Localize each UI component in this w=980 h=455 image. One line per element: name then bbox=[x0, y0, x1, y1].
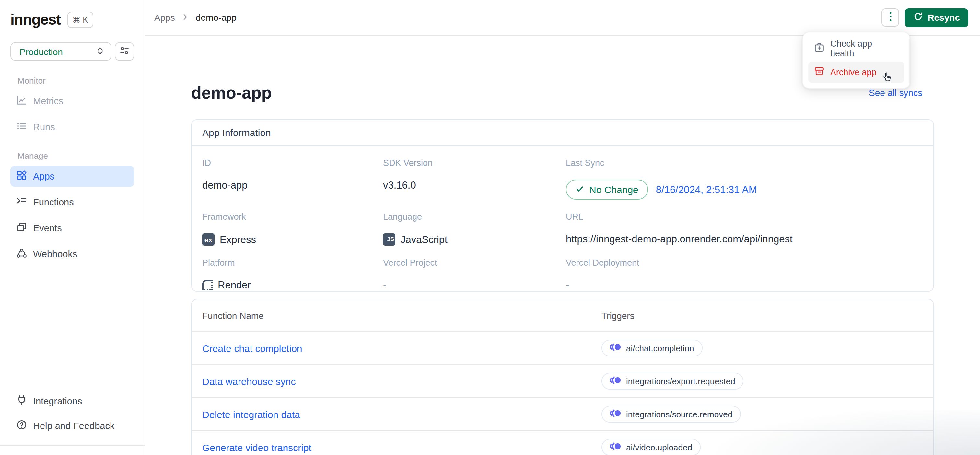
sidebar-item-runs[interactable]: Runs bbox=[10, 117, 134, 137]
sidebar-item-apps[interactable]: Apps bbox=[10, 166, 134, 187]
app-information-grid: ID demo-app SDK Version v3.16.0 Last Syn… bbox=[192, 146, 933, 291]
webhook-icon bbox=[16, 248, 27, 261]
event-trigger-icon bbox=[610, 442, 621, 452]
app-actions-menu-button[interactable] bbox=[881, 8, 899, 27]
javascript-icon: JS bbox=[383, 233, 395, 246]
breadcrumb-apps[interactable]: Apps bbox=[154, 12, 175, 23]
sidebar-item-functions[interactable]: Functions bbox=[10, 192, 134, 213]
plug-icon bbox=[16, 395, 27, 408]
app-information-card: App Information ID demo-app SDK Version … bbox=[191, 119, 934, 292]
table-row: Create chat completion ai/chat.completio… bbox=[192, 332, 933, 365]
table-row: Generate video transcript ai/video.uploa… bbox=[192, 431, 933, 455]
trigger-badge: integrations/export.requested bbox=[601, 373, 744, 390]
field-platform: Platform Render bbox=[202, 246, 383, 291]
functions-table-header: Function Name Triggers bbox=[192, 299, 933, 332]
see-all-syncs-link[interactable]: See all syncs bbox=[869, 88, 922, 98]
inngest-dashboard: inngest ⌘ K Production Monitor bbox=[0, 0, 980, 455]
health-kit-icon bbox=[814, 42, 824, 54]
trigger-badge: ai/video.uploaded bbox=[601, 439, 701, 455]
menu-item-check-app-health[interactable]: Check app health bbox=[808, 38, 904, 59]
sidebar-item-label: Help and Feedback bbox=[33, 421, 115, 431]
column-function-name: Function Name bbox=[202, 310, 601, 320]
check-icon bbox=[576, 184, 584, 195]
app-detail-content: demo-app See all syncs App Information I… bbox=[145, 36, 980, 455]
trigger-badge: ai/chat.completion bbox=[601, 340, 703, 356]
functions-table-card: Function Name Triggers Create chat compl… bbox=[191, 299, 934, 455]
breadcrumb-current: demo-app bbox=[196, 12, 237, 23]
no-change-badge: No Change bbox=[566, 180, 648, 200]
logo-row: inngest ⌘ K bbox=[10, 0, 134, 29]
sidebar-item-label: Metrics bbox=[33, 96, 63, 106]
sidebar-item-integrations[interactable]: Integrations bbox=[10, 391, 134, 412]
chevron-right-icon bbox=[182, 12, 189, 23]
page-title: demo-app bbox=[191, 84, 272, 101]
monitor-nav: Metrics Runs bbox=[10, 91, 134, 137]
trigger-badge: integrations/source.removed bbox=[601, 406, 741, 423]
help-circle-icon bbox=[16, 419, 27, 432]
topbar: Apps demo-app Resync bbox=[145, 0, 980, 36]
archive-icon bbox=[814, 66, 824, 78]
sidebar-bottom-divider bbox=[0, 445, 145, 455]
field-framework: Framework ex Express bbox=[202, 200, 383, 246]
environment-label: Production bbox=[19, 46, 95, 57]
function-link[interactable]: Delete integration data bbox=[202, 409, 601, 420]
column-triggers: Triggers bbox=[601, 310, 923, 320]
functions-list-icon bbox=[16, 196, 27, 209]
sidebar-item-label: Functions bbox=[33, 197, 74, 207]
sidebar-item-label: Events bbox=[33, 223, 62, 233]
field-vercel-deployment: Vercel Deployment - bbox=[566, 246, 923, 291]
kebab-dots-icon bbox=[889, 12, 891, 23]
inngest-logo: inngest bbox=[10, 11, 60, 28]
field-id: ID demo-app bbox=[202, 146, 383, 200]
section-label-manage: Manage bbox=[18, 152, 134, 160]
field-sdk-version: SDK Version v3.16.0 bbox=[383, 146, 566, 200]
chevron-up-down-icon bbox=[95, 46, 105, 57]
function-link[interactable]: Data warehouse sync bbox=[202, 375, 601, 387]
sidebar: inngest ⌘ K Production Monitor bbox=[0, 0, 145, 455]
event-trigger-icon bbox=[610, 343, 621, 353]
section-label-monitor: Monitor bbox=[18, 76, 134, 85]
events-icon bbox=[16, 222, 27, 235]
sidebar-item-label: Webhooks bbox=[33, 249, 78, 259]
field-url: URL https://inngest-demo-app.onrender.co… bbox=[566, 200, 923, 246]
metrics-chart-icon bbox=[16, 95, 27, 108]
refresh-icon bbox=[913, 12, 923, 23]
sidebar-item-label: Runs bbox=[33, 122, 55, 132]
resync-label: Resync bbox=[928, 12, 960, 23]
app-information-title: App Information bbox=[192, 120, 933, 146]
environment-row: Production bbox=[10, 42, 134, 61]
express-icon: ex bbox=[202, 233, 215, 246]
table-row: Data warehouse sync integrations/export.… bbox=[192, 365, 933, 398]
table-row: Delete integration data integrations/sou… bbox=[192, 398, 933, 431]
manage-nav: Apps Functions Events Webhooks bbox=[10, 166, 134, 264]
sidebar-item-events[interactable]: Events bbox=[10, 218, 134, 239]
render-platform-icon bbox=[202, 280, 213, 290]
command-k-shortcut[interactable]: ⌘ K bbox=[67, 11, 93, 27]
environment-selector[interactable]: Production bbox=[10, 42, 111, 61]
sidebar-footer: Integrations Help and Feedback bbox=[10, 391, 134, 436]
sidebar-item-help[interactable]: Help and Feedback bbox=[10, 415, 134, 436]
sliders-icon bbox=[119, 45, 130, 58]
last-sync-timestamp-link[interactable]: 8/16/2024, 2:51:31 AM bbox=[656, 184, 757, 196]
field-language: Language JS JavaScript bbox=[383, 200, 566, 246]
topbar-actions: Resync bbox=[881, 8, 968, 27]
mouse-cursor-pointer bbox=[881, 71, 894, 86]
resync-button[interactable]: Resync bbox=[905, 8, 968, 27]
event-trigger-icon bbox=[610, 409, 621, 419]
apps-grid-icon bbox=[16, 170, 27, 183]
breadcrumb: Apps demo-app bbox=[154, 12, 237, 23]
sidebar-item-webhooks[interactable]: Webhooks bbox=[10, 244, 134, 264]
runs-list-icon bbox=[16, 121, 27, 134]
sidebar-item-label: Integrations bbox=[33, 396, 82, 406]
field-last-sync: Last Sync No Change 8/16/2024, 2:51:31 A… bbox=[566, 146, 923, 200]
app-actions-menu: Check app health Archive app bbox=[802, 32, 910, 89]
sidebar-item-metrics[interactable]: Metrics bbox=[10, 91, 134, 111]
function-link[interactable]: Create chat completion bbox=[202, 342, 601, 353]
field-vercel-project: Vercel Project - bbox=[383, 246, 566, 291]
sidebar-item-label: Apps bbox=[33, 171, 54, 181]
function-link[interactable]: Generate video transcript bbox=[202, 442, 601, 453]
environment-filter-button[interactable] bbox=[115, 42, 134, 61]
event-trigger-icon bbox=[610, 376, 621, 386]
